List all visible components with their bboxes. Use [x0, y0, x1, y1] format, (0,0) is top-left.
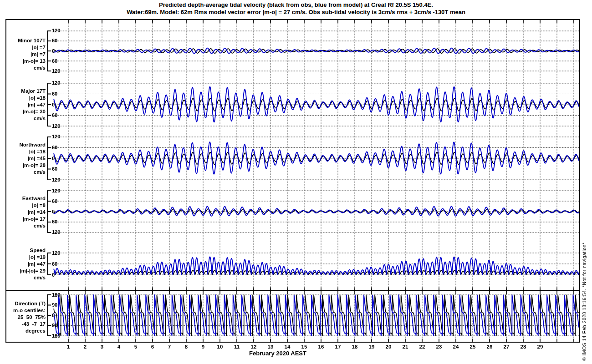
panel-label-line: |m-o|= 28 — [2, 162, 46, 169]
panel-label-line: Eastward — [2, 195, 46, 202]
y-tick-label: 60 — [52, 145, 57, 150]
x-tick-label: 20 — [383, 344, 394, 349]
y-tick-label: 120 — [52, 28, 60, 33]
x-tick-label: 11 — [231, 344, 242, 349]
x-tick-label: 17 — [332, 344, 343, 349]
panel-label-line: |m| =14 — [2, 209, 46, 216]
y-tick-label: 60 — [52, 219, 57, 224]
panel-label-line: |o| =8 — [2, 202, 46, 209]
panel-label-line: |m| =45 — [2, 155, 46, 162]
x-tick-label: 13 — [265, 344, 276, 349]
panel-label-line: |m|-|o|= 29 — [2, 268, 46, 274]
y-tick-label: 0 — [52, 156, 55, 161]
panel-label-line: |m-o|= 17 — [2, 216, 46, 222]
x-tick-label: 29 — [535, 344, 546, 349]
panel-label-line: cm/s — [2, 65, 46, 71]
y-tick-label: 120 — [52, 134, 60, 139]
y-tick-label: 90 — [52, 302, 57, 308]
x-axis-title: February 2020 AEST — [209, 350, 346, 357]
x-tick-label: 12 — [248, 344, 259, 349]
x-tick-label: 25 — [467, 344, 478, 349]
panel-label-speed: Speed|o| =19|m| =47|m|-|o|= 29cm/s — [2, 247, 46, 281]
panel-label-line: |m| =7 — [2, 51, 46, 58]
x-tick-label: 21 — [400, 344, 411, 349]
x-tick-label: 23 — [434, 344, 444, 349]
y-tick-label: 120 — [52, 177, 60, 182]
x-tick-label: 10 — [214, 344, 225, 349]
panel-label-line: degrees — [2, 328, 46, 334]
x-tick-label: 7 — [164, 344, 175, 349]
x-tick-label: 24 — [450, 344, 461, 349]
y-tick-label: 180 — [52, 333, 60, 339]
panel-label-line: |m-o|= 13 — [2, 58, 46, 65]
x-tick-label: 8 — [181, 344, 192, 349]
y-tick-label: 120 — [52, 188, 60, 193]
x-tick-label: 22 — [417, 344, 428, 349]
y-tick-label: 120 — [52, 229, 60, 235]
y-tick-label: 0 — [52, 209, 55, 214]
panel-label-line: Northward — [2, 142, 46, 148]
panel-label-line: |m| =47 — [2, 101, 46, 108]
panel-label-eastward-velocity: Eastward|o| =8|m| =14|m-o|= 17cm/s — [2, 195, 46, 229]
y-tick-label: 0 — [52, 102, 55, 107]
panel-label-line: |m-o|= 30 — [2, 108, 46, 115]
panel-label-line: Speed — [2, 247, 46, 254]
x-tick-label: 16 — [316, 344, 327, 349]
panel-label-line: cm/s — [2, 274, 46, 281]
x-tick-label: 1 — [63, 344, 74, 349]
panel-label-line: |m| =47 — [2, 261, 46, 268]
x-tick-label: 14 — [282, 344, 293, 349]
panel-label-line: Major 17T — [2, 88, 46, 95]
tidal-velocity-figure: Predicted depth-average tidal velocity (… — [0, 0, 592, 364]
x-tick-label: 4 — [113, 344, 124, 349]
panel-label-line: |o| =18 — [2, 95, 46, 101]
x-tick-label: 9 — [198, 344, 209, 349]
x-tick-label: 18 — [349, 344, 360, 349]
panel-label-line: |o| =7 — [2, 44, 46, 51]
panel-label-line: m-o centiles: — [2, 307, 46, 314]
x-tick-label: 26 — [484, 344, 495, 349]
panel-label-line: 25 50 75% — [2, 314, 46, 321]
y-tick-label: 60 — [52, 58, 57, 64]
y-tick-label: 60 — [52, 112, 57, 118]
x-tick-label: 3 — [97, 344, 107, 349]
panel-label-minor-velocity: Minor 107T|o| =7|m| =7|m-o|= 13cm/s — [2, 37, 46, 71]
panel-label-direction: Direction (T)m-o centiles:25 50 75%-43 -… — [2, 300, 46, 334]
y-tick-label: 120 — [52, 250, 60, 256]
y-tick-label: 120 — [52, 68, 60, 74]
panel-label-line: cm/s — [2, 169, 46, 176]
x-tick-label: 6 — [147, 344, 158, 349]
panel-label-line: -43 -7 17 — [2, 321, 46, 328]
x-tick-label: 27 — [501, 344, 512, 349]
x-tick-label: 15 — [299, 344, 310, 349]
x-tick-label: 5 — [130, 344, 141, 349]
y-tick-label: 120 — [52, 80, 60, 86]
y-tick-label: 60 — [52, 166, 57, 172]
y-tick-label: 60 — [52, 91, 57, 96]
panel-label-line: Minor 107T — [2, 37, 46, 44]
panel-label-line: cm/s — [2, 115, 46, 122]
panel-label-major-velocity: Major 17T|o| =18|m| =47|m-o|= 30cm/s — [2, 88, 46, 122]
y-tick-label: 0 — [52, 272, 55, 278]
y-tick-label: 60 — [52, 261, 57, 267]
y-tick-label: 60 — [52, 198, 57, 204]
panel-label-line: |o| =19 — [2, 254, 46, 261]
panel-label-line: |o| =18 — [2, 148, 46, 155]
panel-label-line: cm/s — [2, 222, 46, 229]
y-tick-label: 120 — [52, 123, 60, 129]
y-tick-label: 60 — [52, 38, 57, 43]
y-tick-label: 0 — [52, 48, 55, 54]
x-tick-label: 2 — [80, 344, 91, 349]
x-tick-label: 28 — [518, 344, 529, 349]
y-tick-label: 90 — [52, 323, 57, 328]
panel-label-line: Direction (T) — [2, 300, 46, 307]
y-tick-label: 180 — [52, 292, 60, 298]
plot-canvas — [0, 0, 592, 364]
x-tick-label: 19 — [366, 344, 377, 349]
copyright-watermark: © IMOS 14-Feb-2020 18:16:54. *Not for na… — [582, 243, 587, 361]
panel-label-northward-velocity: Northward|o| =18|m| =45|m-o|= 28cm/s — [2, 142, 46, 176]
y-tick-label: 0 — [52, 313, 55, 318]
